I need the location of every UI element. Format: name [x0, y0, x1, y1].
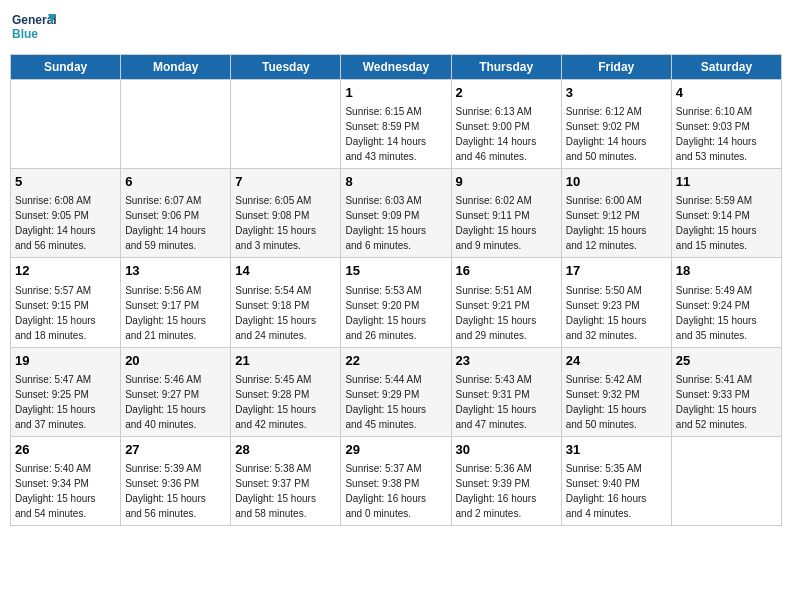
- weekday-header: Wednesday: [341, 55, 451, 80]
- day-number: 26: [15, 441, 116, 459]
- day-number: 27: [125, 441, 226, 459]
- day-info: Sunrise: 5:45 AM Sunset: 9:28 PM Dayligh…: [235, 372, 336, 432]
- day-info: Sunrise: 6:12 AM Sunset: 9:02 PM Dayligh…: [566, 104, 667, 164]
- day-info: Sunrise: 5:35 AM Sunset: 9:40 PM Dayligh…: [566, 461, 667, 521]
- day-number: 20: [125, 352, 226, 370]
- day-info: Sunrise: 5:57 AM Sunset: 9:15 PM Dayligh…: [15, 283, 116, 343]
- day-number: 1: [345, 84, 446, 102]
- day-number: 19: [15, 352, 116, 370]
- day-number: 24: [566, 352, 667, 370]
- calendar-week-row: 19Sunrise: 5:47 AM Sunset: 9:25 PM Dayli…: [11, 347, 782, 436]
- weekday-header-row: SundayMondayTuesdayWednesdayThursdayFrid…: [11, 55, 782, 80]
- day-info: Sunrise: 5:42 AM Sunset: 9:32 PM Dayligh…: [566, 372, 667, 432]
- calendar-cell: 10Sunrise: 6:00 AM Sunset: 9:12 PM Dayli…: [561, 169, 671, 258]
- day-info: Sunrise: 5:39 AM Sunset: 9:36 PM Dayligh…: [125, 461, 226, 521]
- day-info: Sunrise: 5:53 AM Sunset: 9:20 PM Dayligh…: [345, 283, 446, 343]
- weekday-header: Friday: [561, 55, 671, 80]
- day-info: Sunrise: 5:47 AM Sunset: 9:25 PM Dayligh…: [15, 372, 116, 432]
- day-number: 18: [676, 262, 777, 280]
- weekday-header: Saturday: [671, 55, 781, 80]
- day-info: Sunrise: 5:50 AM Sunset: 9:23 PM Dayligh…: [566, 283, 667, 343]
- day-number: 28: [235, 441, 336, 459]
- calendar-cell: 18Sunrise: 5:49 AM Sunset: 9:24 PM Dayli…: [671, 258, 781, 347]
- logo-svg: General Blue: [10, 10, 60, 48]
- day-number: 7: [235, 173, 336, 191]
- calendar-cell: 7Sunrise: 6:05 AM Sunset: 9:08 PM Daylig…: [231, 169, 341, 258]
- calendar-cell: 23Sunrise: 5:43 AM Sunset: 9:31 PM Dayli…: [451, 347, 561, 436]
- calendar-cell: 27Sunrise: 5:39 AM Sunset: 9:36 PM Dayli…: [121, 436, 231, 525]
- weekday-header: Tuesday: [231, 55, 341, 80]
- day-number: 21: [235, 352, 336, 370]
- day-number: 4: [676, 84, 777, 102]
- day-number: 9: [456, 173, 557, 191]
- day-info: Sunrise: 5:51 AM Sunset: 9:21 PM Dayligh…: [456, 283, 557, 343]
- svg-text:Blue: Blue: [12, 27, 38, 41]
- weekday-header: Thursday: [451, 55, 561, 80]
- day-number: 31: [566, 441, 667, 459]
- day-info: Sunrise: 6:15 AM Sunset: 8:59 PM Dayligh…: [345, 104, 446, 164]
- calendar-cell: [671, 436, 781, 525]
- day-number: 22: [345, 352, 446, 370]
- day-number: 5: [15, 173, 116, 191]
- day-info: Sunrise: 6:03 AM Sunset: 9:09 PM Dayligh…: [345, 193, 446, 253]
- day-number: 11: [676, 173, 777, 191]
- day-info: Sunrise: 6:10 AM Sunset: 9:03 PM Dayligh…: [676, 104, 777, 164]
- calendar-cell: 29Sunrise: 5:37 AM Sunset: 9:38 PM Dayli…: [341, 436, 451, 525]
- calendar-cell: [11, 80, 121, 169]
- day-info: Sunrise: 6:02 AM Sunset: 9:11 PM Dayligh…: [456, 193, 557, 253]
- calendar-cell: 30Sunrise: 5:36 AM Sunset: 9:39 PM Dayli…: [451, 436, 561, 525]
- weekday-header: Monday: [121, 55, 231, 80]
- day-info: Sunrise: 5:40 AM Sunset: 9:34 PM Dayligh…: [15, 461, 116, 521]
- day-number: 23: [456, 352, 557, 370]
- calendar-cell: 21Sunrise: 5:45 AM Sunset: 9:28 PM Dayli…: [231, 347, 341, 436]
- calendar-cell: 26Sunrise: 5:40 AM Sunset: 9:34 PM Dayli…: [11, 436, 121, 525]
- day-info: Sunrise: 5:59 AM Sunset: 9:14 PM Dayligh…: [676, 193, 777, 253]
- day-info: Sunrise: 6:08 AM Sunset: 9:05 PM Dayligh…: [15, 193, 116, 253]
- weekday-header: Sunday: [11, 55, 121, 80]
- day-number: 3: [566, 84, 667, 102]
- calendar-cell: 19Sunrise: 5:47 AM Sunset: 9:25 PM Dayli…: [11, 347, 121, 436]
- day-number: 16: [456, 262, 557, 280]
- day-info: Sunrise: 6:05 AM Sunset: 9:08 PM Dayligh…: [235, 193, 336, 253]
- day-info: Sunrise: 5:46 AM Sunset: 9:27 PM Dayligh…: [125, 372, 226, 432]
- calendar-week-row: 5Sunrise: 6:08 AM Sunset: 9:05 PM Daylig…: [11, 169, 782, 258]
- calendar-cell: 28Sunrise: 5:38 AM Sunset: 9:37 PM Dayli…: [231, 436, 341, 525]
- calendar-cell: 4Sunrise: 6:10 AM Sunset: 9:03 PM Daylig…: [671, 80, 781, 169]
- calendar-cell: 20Sunrise: 5:46 AM Sunset: 9:27 PM Dayli…: [121, 347, 231, 436]
- calendar-cell: 3Sunrise: 6:12 AM Sunset: 9:02 PM Daylig…: [561, 80, 671, 169]
- day-info: Sunrise: 5:49 AM Sunset: 9:24 PM Dayligh…: [676, 283, 777, 343]
- day-info: Sunrise: 5:37 AM Sunset: 9:38 PM Dayligh…: [345, 461, 446, 521]
- calendar-cell: 16Sunrise: 5:51 AM Sunset: 9:21 PM Dayli…: [451, 258, 561, 347]
- day-number: 15: [345, 262, 446, 280]
- calendar-cell: [231, 80, 341, 169]
- calendar-cell: 13Sunrise: 5:56 AM Sunset: 9:17 PM Dayli…: [121, 258, 231, 347]
- day-info: Sunrise: 6:07 AM Sunset: 9:06 PM Dayligh…: [125, 193, 226, 253]
- day-number: 8: [345, 173, 446, 191]
- calendar-table: SundayMondayTuesdayWednesdayThursdayFrid…: [10, 54, 782, 526]
- day-info: Sunrise: 5:56 AM Sunset: 9:17 PM Dayligh…: [125, 283, 226, 343]
- calendar-cell: 14Sunrise: 5:54 AM Sunset: 9:18 PM Dayli…: [231, 258, 341, 347]
- calendar-cell: [121, 80, 231, 169]
- calendar-cell: 12Sunrise: 5:57 AM Sunset: 9:15 PM Dayli…: [11, 258, 121, 347]
- calendar-cell: 1Sunrise: 6:15 AM Sunset: 8:59 PM Daylig…: [341, 80, 451, 169]
- day-info: Sunrise: 6:13 AM Sunset: 9:00 PM Dayligh…: [456, 104, 557, 164]
- calendar-cell: 22Sunrise: 5:44 AM Sunset: 9:29 PM Dayli…: [341, 347, 451, 436]
- day-info: Sunrise: 5:54 AM Sunset: 9:18 PM Dayligh…: [235, 283, 336, 343]
- calendar-cell: 15Sunrise: 5:53 AM Sunset: 9:20 PM Dayli…: [341, 258, 451, 347]
- day-number: 30: [456, 441, 557, 459]
- day-number: 10: [566, 173, 667, 191]
- day-info: Sunrise: 5:38 AM Sunset: 9:37 PM Dayligh…: [235, 461, 336, 521]
- calendar-week-row: 1Sunrise: 6:15 AM Sunset: 8:59 PM Daylig…: [11, 80, 782, 169]
- calendar-cell: 5Sunrise: 6:08 AM Sunset: 9:05 PM Daylig…: [11, 169, 121, 258]
- day-info: Sunrise: 5:36 AM Sunset: 9:39 PM Dayligh…: [456, 461, 557, 521]
- day-info: Sunrise: 5:41 AM Sunset: 9:33 PM Dayligh…: [676, 372, 777, 432]
- page-header: General Blue: [10, 10, 782, 48]
- calendar-cell: 6Sunrise: 6:07 AM Sunset: 9:06 PM Daylig…: [121, 169, 231, 258]
- day-number: 12: [15, 262, 116, 280]
- day-number: 17: [566, 262, 667, 280]
- calendar-cell: 2Sunrise: 6:13 AM Sunset: 9:00 PM Daylig…: [451, 80, 561, 169]
- calendar-cell: 9Sunrise: 6:02 AM Sunset: 9:11 PM Daylig…: [451, 169, 561, 258]
- calendar-cell: 11Sunrise: 5:59 AM Sunset: 9:14 PM Dayli…: [671, 169, 781, 258]
- day-number: 25: [676, 352, 777, 370]
- calendar-week-row: 26Sunrise: 5:40 AM Sunset: 9:34 PM Dayli…: [11, 436, 782, 525]
